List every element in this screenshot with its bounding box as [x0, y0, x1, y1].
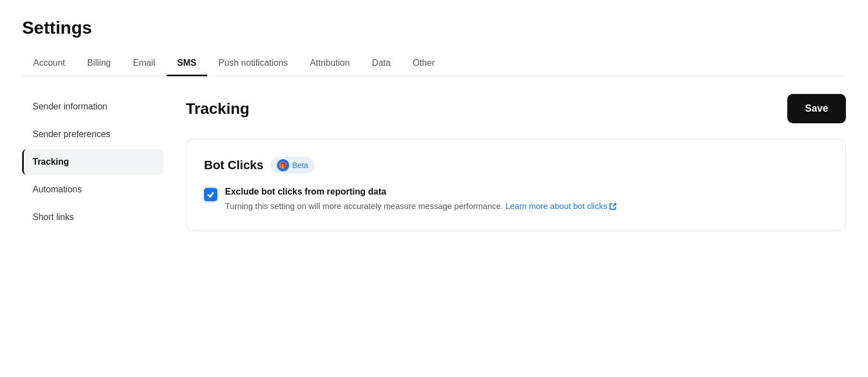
checkbox-wrapper[interactable]: [204, 188, 217, 201]
tab-account[interactable]: Account: [22, 51, 76, 76]
settings-page: Settings Account Billing Email SMS Push …: [0, 0, 868, 377]
tab-other[interactable]: Other: [401, 51, 446, 76]
sidebar-item-sender-information[interactable]: Sender information: [22, 94, 164, 119]
checkmark-icon: [207, 191, 215, 198]
exclude-bot-clicks-checkbox[interactable]: [204, 188, 217, 201]
learn-more-link[interactable]: Learn more about bot clicks: [505, 200, 617, 213]
bot-clicks-card: Bot Clicks 🎁 Beta: [186, 139, 846, 231]
external-link-icon: [609, 202, 617, 210]
checkbox-label: Exclude bot clicks from reporting data: [225, 187, 828, 197]
tab-attribution[interactable]: Attribution: [299, 51, 361, 76]
main-layout: Sender information Sender preferences Tr…: [22, 94, 846, 232]
tab-email[interactable]: Email: [122, 51, 166, 76]
sidebar: Sender information Sender preferences Tr…: [22, 94, 177, 232]
sidebar-item-short-links[interactable]: Short links: [22, 205, 164, 230]
card-header: Bot Clicks 🎁 Beta: [204, 157, 828, 174]
content-header: Tracking Save: [186, 94, 846, 123]
card-title: Bot Clicks: [204, 158, 264, 172]
beta-label: Beta: [292, 161, 308, 170]
tab-push-notifications[interactable]: Push notifications: [207, 51, 299, 76]
beta-icon: 🎁: [277, 159, 289, 171]
sidebar-item-sender-preferences[interactable]: Sender preferences: [22, 122, 164, 147]
checkbox-text: Exclude bot clicks from reporting data T…: [225, 187, 828, 213]
content-area: Tracking Save Bot Clicks 🎁 Beta: [177, 94, 846, 232]
checkbox-row: Exclude bot clicks from reporting data T…: [204, 187, 828, 213]
checkbox-description: Turning this setting on will more accura…: [225, 201, 617, 211]
tab-billing[interactable]: Billing: [76, 51, 122, 76]
beta-badge: 🎁 Beta: [270, 157, 315, 174]
tab-data[interactable]: Data: [361, 51, 402, 76]
tab-sms[interactable]: SMS: [166, 51, 208, 76]
sidebar-item-automations[interactable]: Automations: [22, 177, 164, 202]
sidebar-item-tracking[interactable]: Tracking: [22, 149, 164, 175]
section-title: Tracking: [186, 100, 249, 118]
save-button[interactable]: Save: [787, 94, 846, 123]
nav-tabs: Account Billing Email SMS Push notificat…: [22, 51, 846, 76]
page-title: Settings: [22, 18, 846, 38]
